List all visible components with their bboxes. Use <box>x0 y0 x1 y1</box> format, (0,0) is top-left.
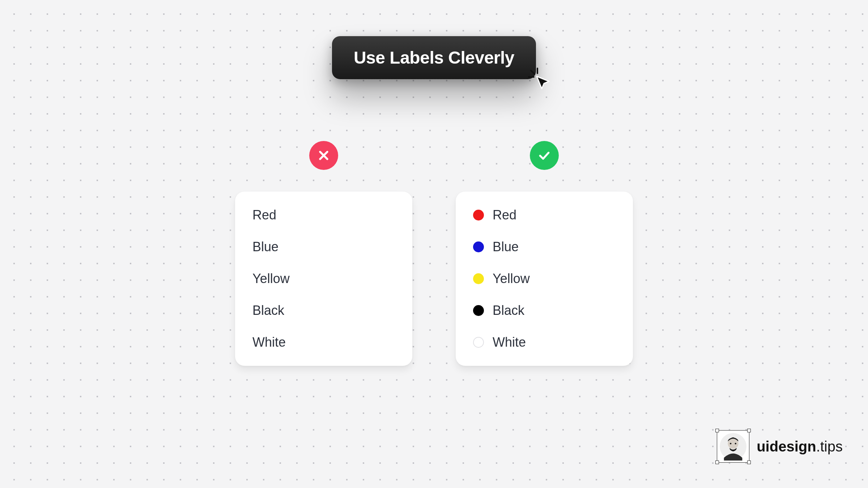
list-item[interactable]: Red <box>252 207 395 223</box>
color-label: White <box>252 335 286 350</box>
title-text: Use Labels Cleverly <box>354 48 514 67</box>
brand-rest: .tips <box>816 438 843 454</box>
color-label: Blue <box>493 239 519 254</box>
color-label: Yellow <box>252 271 290 286</box>
list-item[interactable]: Blue <box>252 239 395 254</box>
bad-card: Red Blue Yellow Black White <box>235 192 412 366</box>
color-swatch-icon <box>473 337 484 348</box>
color-swatch-icon <box>473 305 484 316</box>
cross-icon <box>309 141 338 170</box>
color-swatch-icon <box>473 210 484 221</box>
color-label: Blue <box>252 239 278 254</box>
check-icon <box>530 141 559 170</box>
color-swatch-icon <box>473 273 484 284</box>
color-swatch-icon <box>473 241 484 252</box>
comparison-row: Red Blue Yellow Black White Red Blue Yel… <box>235 141 633 366</box>
brand-text: uidesign.tips <box>757 438 843 455</box>
color-label: Black <box>493 303 524 318</box>
list-item[interactable]: White <box>252 335 395 350</box>
bad-column: Red Blue Yellow Black White <box>235 141 412 366</box>
good-column: Red Blue Yellow Black White <box>456 141 633 366</box>
brand-bold: uidesign <box>757 438 816 454</box>
list-item[interactable]: Yellow <box>252 271 395 286</box>
color-label: Red <box>493 207 516 223</box>
list-item[interactable]: Black <box>252 303 395 318</box>
list-item[interactable]: Yellow <box>473 271 616 286</box>
color-label: Black <box>252 303 284 318</box>
avatar-selection-frame <box>717 430 749 463</box>
color-label: Red <box>252 207 276 223</box>
list-item[interactable]: Blue <box>473 239 616 254</box>
color-label: White <box>493 335 526 350</box>
list-item[interactable]: White <box>473 335 616 350</box>
title-chip: Use Labels Cleverly <box>332 36 536 79</box>
click-cursor-icon <box>527 66 552 91</box>
list-item[interactable]: Black <box>473 303 616 318</box>
svg-line-0 <box>531 70 535 74</box>
color-label: Yellow <box>493 271 530 286</box>
list-item[interactable]: Red <box>473 207 616 223</box>
attribution: uidesign.tips <box>717 430 843 463</box>
good-card: Red Blue Yellow Black White <box>456 192 633 366</box>
